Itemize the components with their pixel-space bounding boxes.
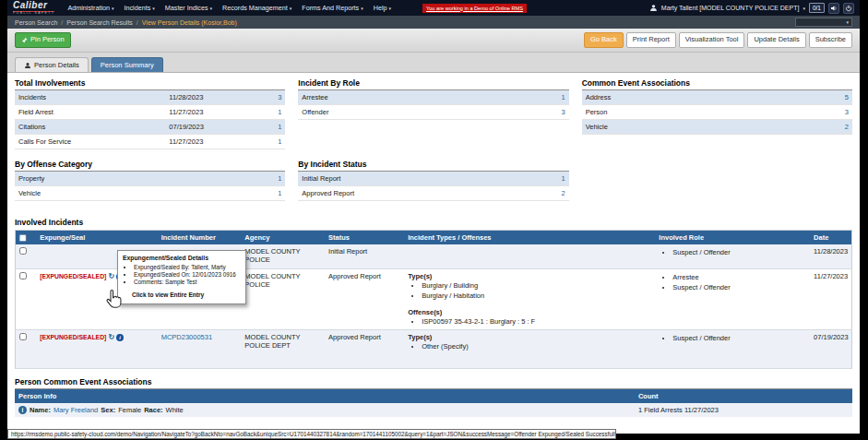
logo-subtitle: PUBLIC SAFETY	[13, 12, 54, 16]
refresh-icon[interactable]: ↻	[108, 272, 114, 280]
select-all-icon[interactable]: ▦	[19, 233, 27, 242]
row-label: Address	[582, 90, 821, 105]
table-row: Address5	[582, 90, 852, 105]
section-title: By Offense Category	[15, 160, 285, 172]
section-title: Involved Incidents	[15, 218, 852, 227]
type-item: Other (Specify)	[422, 341, 651, 351]
menu-label: Records Management	[222, 4, 288, 12]
section-title: Total Involvements	[15, 78, 285, 90]
type-item: Burglary / Building	[422, 280, 651, 291]
count-link[interactable]: 1	[278, 123, 281, 131]
summary-row-1: Total Involvements Incidents11/28/20233 …	[15, 78, 852, 149]
tooltip-detail-list: Expunged/Sealed By: Tallent, Marty Expun…	[123, 263, 241, 285]
offenses-label: Offense(s)	[408, 308, 651, 316]
breadcrumb-person-search[interactable]: Person Search	[15, 19, 57, 26]
row-label: Vehicle	[15, 186, 254, 201]
tab-person-details[interactable]: Person Details	[15, 57, 89, 72]
tab-label: Person Details	[34, 61, 79, 69]
caret-down-icon: ▾	[290, 6, 292, 11]
menu-incidents[interactable]: Incidents▾	[125, 4, 155, 12]
person-info-icon[interactable]: i	[18, 406, 27, 414]
menu-administration[interactable]: Administration▾	[67, 4, 113, 12]
person-info-cell: i Name: Mary Freeland Sex: Female Race: …	[15, 403, 635, 417]
count-link[interactable]: 3	[561, 108, 565, 116]
count-link[interactable]: 2	[561, 189, 565, 197]
breadcrumb-dropdown[interactable]: ▾	[795, 18, 852, 27]
row-select-checkbox[interactable]	[19, 247, 27, 255]
count-cell: 1 Field Arrests 11/27/2023	[635, 403, 852, 417]
status-url-text: https://rmsdemo.public-safety-cloud.com/…	[11, 431, 616, 437]
menu-master-indices[interactable]: Master Indices▾	[165, 4, 212, 12]
tab-person-summary[interactable]: Person Summary	[91, 57, 163, 72]
row-select-checkbox[interactable]	[19, 272, 27, 279]
demo-alert-banner[interactable]: You are working in a Demo of Online RMS	[422, 4, 527, 13]
power-button[interactable]	[843, 3, 854, 14]
count-link[interactable]: 1	[278, 137, 281, 146]
expunge-details-tooltip: Expungement/Sealed Details Expunged/Seal…	[117, 250, 246, 304]
types-offenses-cell: Type(s) Burglary / Building Burglary / H…	[404, 268, 655, 329]
go-back-button[interactable]: Go Back	[584, 32, 624, 47]
caret-down-icon: ▾	[210, 6, 213, 11]
tab-label: Person Summary	[101, 61, 154, 69]
sound-button[interactable]	[828, 3, 839, 14]
user-icon	[649, 4, 658, 13]
person-common-event-associations-section: Person Common Event Associations Person …	[15, 377, 852, 417]
role-item: Arrestee	[672, 272, 806, 282]
count-link[interactable]: 3	[278, 93, 281, 101]
incident-by-role-table: Arrestee1 Offender3	[298, 90, 568, 120]
user-name[interactable]: Marty Tallent [MODEL COUNTY POLICE DEPT]	[661, 5, 800, 11]
row-label: Offender	[298, 105, 537, 120]
types-label: Type(s)	[408, 272, 651, 280]
empty-cell	[582, 160, 852, 201]
info-icon[interactable]: i	[116, 334, 124, 341]
tooltip-detail: Expunged/Sealed On: 12/01/2023 0916	[134, 270, 241, 278]
incident-number-link[interactable]: MCPD23000531	[161, 333, 212, 341]
menu-records-management[interactable]: Records Management▾	[222, 4, 291, 12]
row-label: Field Arrest	[15, 105, 165, 120]
row-label: Incidents	[15, 90, 165, 105]
pin-person-button[interactable]: Pin Person	[15, 32, 71, 47]
count-link[interactable]: 1	[278, 189, 281, 197]
section-title: Person Common Event Associations	[15, 377, 852, 389]
status-cell: Approved Report	[325, 329, 404, 368]
refresh-icon[interactable]: ↻	[108, 333, 114, 341]
table-row: Field Arrest11/27/20231	[15, 105, 285, 120]
notification-badge[interactable]: 0/1	[809, 3, 825, 13]
breadcrumb-current-page: View Person Details (Kosior,Bob)	[142, 19, 237, 26]
sex-value: Female	[118, 406, 141, 414]
pcea-table: Person Info Count i Name: Mary Freeland …	[15, 389, 852, 417]
row-date: 11/27/2023	[165, 105, 254, 120]
menu-help[interactable]: Help▾	[374, 4, 391, 12]
types-offenses-cell	[404, 244, 655, 268]
count-link[interactable]: 2	[845, 123, 849, 131]
caret-down-icon: ▾	[389, 6, 392, 11]
row-label: Person	[582, 105, 821, 120]
menu-forms-and-reports[interactable]: Forms And Reports▾	[302, 4, 363, 12]
caliber-logo[interactable]: Caliber PUBLIC SAFETY	[13, 1, 54, 16]
menu-label: Incidents	[125, 4, 151, 12]
types-label: Type(s)	[408, 333, 651, 341]
power-icon	[845, 5, 852, 12]
type-item: Burglary / Habitation	[422, 291, 651, 301]
table-row: Incidents11/28/20233	[15, 90, 285, 105]
subscribe-button[interactable]: Subscribe	[809, 32, 852, 47]
count-link[interactable]: 3	[845, 108, 849, 116]
table-row: Calls For Service11/27/20231	[15, 135, 285, 149]
row-select-checkbox[interactable]	[19, 333, 27, 340]
visualization-tool-button[interactable]: Visualization Tool	[679, 32, 745, 47]
count-link[interactable]: 1	[561, 93, 565, 101]
pcea-row: i Name: Mary Freeland Sex: Female Race: …	[15, 403, 852, 417]
count-link[interactable]: 1	[278, 174, 281, 183]
breadcrumb-person-search-results[interactable]: Person Search Results	[66, 19, 133, 26]
person-icon	[24, 62, 31, 69]
count-link[interactable]: 5	[845, 93, 849, 101]
person-name-link[interactable]: Mary Freeland	[54, 406, 98, 414]
column-header-person-info: Person Info	[15, 389, 635, 403]
update-details-button[interactable]: Update Details	[747, 32, 805, 47]
print-report-button[interactable]: Print Report	[626, 32, 676, 47]
count-link[interactable]: 1	[561, 174, 565, 183]
row-date: 07/19/2023	[165, 120, 254, 135]
count-link[interactable]: 1	[278, 108, 281, 116]
logo-title: Caliber	[13, 1, 54, 12]
table-row: Arrestee1	[298, 90, 568, 105]
